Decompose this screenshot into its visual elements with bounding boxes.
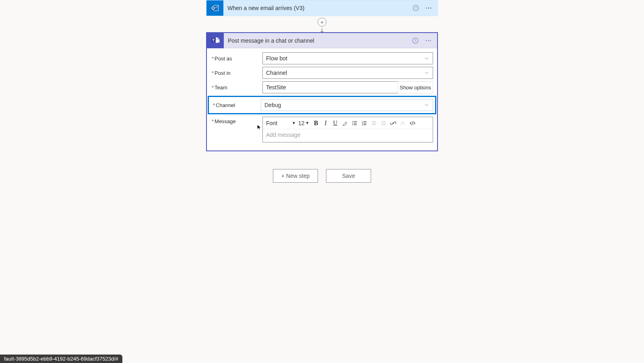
code-view-button[interactable]	[408, 118, 417, 128]
svg-rect-36	[383, 123, 386, 123]
outlook-icon	[206, 0, 223, 16]
indent-button[interactable]	[379, 118, 388, 128]
svg-rect-32	[372, 121, 376, 122]
bullet-list-button[interactable]	[350, 118, 359, 128]
outdent-button[interactable]	[369, 118, 379, 128]
team-value: TestSite	[266, 84, 286, 91]
svg-text:?: ?	[414, 39, 416, 43]
svg-text:3: 3	[362, 124, 363, 126]
font-size-select[interactable]: 12 ▼	[297, 120, 311, 126]
svg-point-18	[428, 40, 429, 41]
link-button[interactable]	[388, 118, 398, 128]
post-as-row: *Post as Flow bot	[211, 52, 433, 64]
svg-point-24	[352, 124, 353, 125]
svg-point-7	[428, 8, 429, 8]
action-buttons: + New step Save	[273, 169, 371, 183]
arrow-down-icon	[319, 27, 325, 34]
post-as-label: *Post as	[211, 56, 262, 62]
message-label: *Message	[211, 117, 262, 124]
numbered-list-button[interactable]: 123	[359, 118, 369, 128]
svg-rect-25	[354, 124, 357, 125]
message-editor: Font ▼ 12 ▼ B I U	[262, 117, 433, 142]
message-row: *Message Font ▼ 12 ▼ B I U	[211, 117, 433, 142]
svg-point-20	[352, 121, 353, 122]
post-in-select[interactable]: Channel	[262, 67, 433, 79]
team-input[interactable]: TestSite	[262, 81, 398, 93]
svg-point-22	[352, 123, 353, 124]
new-step-button[interactable]: + New step	[273, 169, 318, 183]
team-row: *Team TestSite Show options	[211, 81, 433, 93]
svg-rect-21	[354, 121, 357, 122]
help-icon[interactable]: ?	[409, 2, 422, 14]
svg-rect-12	[218, 40, 220, 42]
svg-point-19	[430, 40, 431, 41]
add-step-icon[interactable]: +	[318, 18, 326, 27]
italic-button[interactable]: I	[321, 118, 330, 128]
teams-icon: T	[207, 33, 224, 48]
status-url: fault-3895d5b2-ebb9-4192-b245-69dacf3752…	[0, 355, 122, 363]
channel-row-highlight: *Channel Debug	[208, 96, 436, 114]
post-in-label: *Post in	[211, 70, 262, 76]
channel-value: Debug	[264, 102, 281, 108]
svg-point-9	[216, 37, 218, 39]
post-in-value: Channel	[266, 70, 287, 76]
trigger-step[interactable]: When a new email arrives (V3) ?	[206, 0, 438, 16]
save-button[interactable]: Save	[326, 169, 371, 183]
trigger-title: When a new email arrives (V3)	[223, 5, 409, 11]
caret-down-icon: ▼	[292, 121, 296, 125]
svg-point-10	[218, 38, 219, 40]
caret-down-icon: ▼	[305, 121, 310, 125]
show-options-button[interactable]: Show options	[398, 81, 433, 93]
help-icon[interactable]: ?	[409, 34, 422, 47]
action-step: T Post message in a chat or channel ? *P…	[206, 32, 438, 151]
editor-toolbar: Font ▼ 12 ▼ B I U	[263, 117, 433, 129]
svg-rect-37	[382, 124, 386, 125]
svg-text:T: T	[213, 38, 215, 42]
svg-rect-33	[374, 123, 376, 123]
unlink-button[interactable]	[398, 118, 408, 128]
post-as-select[interactable]: Flow bot	[262, 52, 433, 64]
underline-button[interactable]: U	[330, 118, 340, 128]
more-icon[interactable]	[422, 2, 435, 14]
more-icon[interactable]	[422, 34, 435, 47]
team-label: *Team	[211, 85, 262, 91]
svg-point-6	[426, 8, 427, 8]
channel-label: *Channel	[211, 102, 261, 108]
svg-point-17	[426, 40, 427, 41]
channel-select[interactable]: Debug	[261, 99, 433, 111]
svg-rect-34	[372, 124, 376, 125]
svg-text:?: ?	[415, 6, 417, 10]
svg-rect-31	[363, 124, 366, 125]
chevron-down-icon	[424, 56, 429, 61]
post-as-value: Flow bot	[266, 55, 287, 62]
svg-rect-23	[354, 123, 357, 123]
action-title: Post message in a chat or channel	[224, 37, 409, 44]
svg-rect-29	[363, 123, 366, 123]
font-family-select[interactable]: Font ▼	[264, 118, 297, 128]
highlight-button[interactable]	[340, 118, 350, 128]
message-input[interactable]: Add message	[263, 129, 433, 142]
post-in-row: *Post in Channel	[211, 67, 433, 79]
svg-rect-27	[363, 121, 366, 122]
svg-rect-35	[382, 121, 386, 122]
chevron-down-icon	[424, 102, 429, 108]
chevron-down-icon	[424, 70, 429, 76]
bold-button[interactable]: B	[311, 118, 321, 128]
svg-point-8	[430, 8, 431, 8]
